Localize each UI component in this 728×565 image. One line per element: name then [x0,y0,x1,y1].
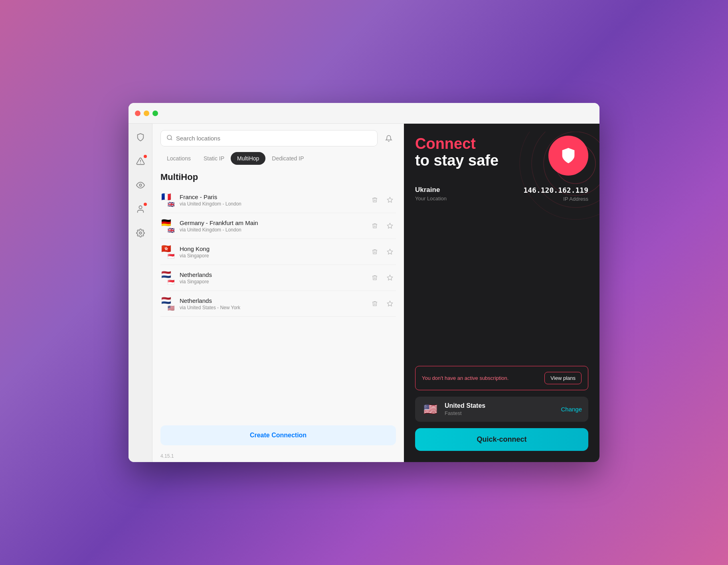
svg-marker-10 [387,275,392,280]
list-item[interactable]: 🇭🇰 🇸🇬 Hong Kong via Singapore [152,239,404,265]
item-actions-1 [369,194,396,206]
favorite-button-1[interactable] [384,194,396,206]
list-item[interactable]: 🇩🇪 🇬🇧 Germany - Frankfurt am Main via Un… [152,213,404,239]
gear-icon [136,229,145,237]
delete-button-4[interactable] [369,272,381,284]
flag-container-nl1: 🇳🇱 🇸🇬 [160,271,175,285]
svg-marker-8 [387,223,392,228]
flag-us: 🇺🇸 [167,305,175,311]
svg-marker-9 [387,249,392,254]
svg-line-6 [171,139,172,140]
selected-speed: Fastest [445,410,555,416]
location-ip-row: Ukraine Your Location 146.120.162.119 IP… [415,186,588,202]
favorite-button-3[interactable] [384,246,396,258]
tab-bar: Locations Static IP MultiHop Dedicated I… [152,146,404,165]
sidebar-icon-shield[interactable] [133,130,148,144]
change-location-button[interactable]: Change [561,406,582,413]
delete-button-1[interactable] [369,194,381,206]
search-icon [166,134,173,142]
user-icon [136,205,145,213]
selected-location: 🇺🇸 United States Fastest Change [415,397,588,422]
location-via-3: via Singapore [180,253,364,259]
sidebar-icon-alert[interactable] [133,154,148,168]
create-connection-button[interactable]: Create Connection [160,425,396,445]
ip-address: 146.120.162.119 IP Address [523,186,588,202]
flag-netherlands-1: 🇳🇱 [160,271,172,279]
svg-point-3 [139,206,142,209]
favorite-button-5[interactable] [384,298,396,310]
location-name-2: Germany - Frankfurt am Main [180,219,364,226]
tab-multihop[interactable]: MultiHop [231,152,265,165]
location-name-5: Netherlands [180,297,364,304]
location-name-4: Netherlands [180,271,364,278]
eye-icon [136,181,145,190]
location-info-1: France - Paris via United Kingdom - Lond… [180,194,364,207]
location-info-4: Netherlands via Singapore [180,271,364,284]
list-item[interactable]: 🇳🇱 🇸🇬 Netherlands via Singapore [152,265,404,290]
view-plans-button[interactable]: View plans [544,372,582,384]
flag-sg-2: 🇸🇬 [167,279,175,285]
favorite-button-4[interactable] [384,272,396,284]
us-flag: 🇺🇸 [421,403,439,416]
location-name-1: France - Paris [180,194,364,200]
location-value: Ukraine [415,186,447,194]
user-location: Ukraine Your Location [415,186,447,202]
search-box [160,130,378,146]
item-actions-2 [369,220,396,232]
flag-hongkong: 🇭🇰 [160,245,172,253]
close-button[interactable] [135,111,140,116]
tab-locations[interactable]: Locations [160,152,197,165]
tab-dedicated-ip[interactable]: Dedicated IP [265,152,310,165]
flag-container-germany: 🇩🇪 🇬🇧 [160,219,175,233]
location-via-2: via United Kingdom - London [180,227,364,233]
shield-icon-large [559,146,578,165]
flag-container-france: 🇫🇷 🇬🇧 [160,193,175,207]
multihop-list: MultiHop 🇫🇷 🇬🇧 France - Paris via United… [152,165,404,421]
spacer [415,208,588,360]
divider [160,316,396,317]
notification-bell[interactable] [382,131,396,146]
location-info-5: Netherlands via United States - New York [180,297,364,310]
ip-value: 146.120.162.119 [523,186,588,194]
svg-point-2 [139,184,142,186]
traffic-lights [135,111,158,116]
fullscreen-button[interactable] [152,111,158,116]
sidebar [129,124,152,462]
right-panel: Connect to stay safe Ukraine Your Locati… [404,124,599,462]
search-input[interactable] [176,135,372,142]
location-info-2: Germany - Frankfurt am Main via United K… [180,219,364,233]
quick-connect-button[interactable]: Quick-connect [415,428,588,451]
location-via-5: via United States - New York [180,305,364,310]
selected-loc-info: United States Fastest [445,402,555,416]
location-name-3: Hong Kong [180,245,364,252]
selected-country: United States [445,402,555,409]
alert-badge [144,155,147,158]
delete-button-2[interactable] [369,220,381,232]
flag-container-hk: 🇭🇰 🇸🇬 [160,245,175,259]
shield-icon [136,133,145,142]
shield-button[interactable] [548,136,588,176]
tab-static-ip[interactable]: Static IP [197,152,231,165]
sidebar-icon-user[interactable] [133,202,148,216]
location-info-3: Hong Kong via Singapore [180,245,364,259]
svg-marker-11 [387,301,392,306]
app-window: Locations Static IP MultiHop Dedicated I… [129,103,599,462]
minimize-button[interactable] [144,111,149,116]
connect-tagline: to stay safe [415,152,499,169]
delete-button-5[interactable] [369,298,381,310]
ip-label: IP Address [523,196,588,202]
svg-point-5 [167,135,172,140]
sidebar-icon-settings[interactable] [133,226,148,240]
list-item[interactable]: 🇫🇷 🇬🇧 France - Paris via United Kingdom … [152,187,404,213]
sidebar-icon-eye[interactable] [133,178,148,192]
item-actions-3 [369,246,396,258]
delete-button-3[interactable] [369,246,381,258]
flag-netherlands-2: 🇳🇱 [160,296,172,304]
flag-uk-2: 🇬🇧 [167,227,175,233]
subscription-warning: You don't have an active subscription. V… [415,366,588,390]
favorite-button-2[interactable] [384,220,396,232]
list-item[interactable]: 🇳🇱 🇺🇸 Netherlands via United States - Ne… [152,291,404,316]
flag-sg-1: 🇸🇬 [167,253,175,259]
app-body: Locations Static IP MultiHop Dedicated I… [129,124,599,462]
flag-uk-1: 🇬🇧 [167,202,175,207]
